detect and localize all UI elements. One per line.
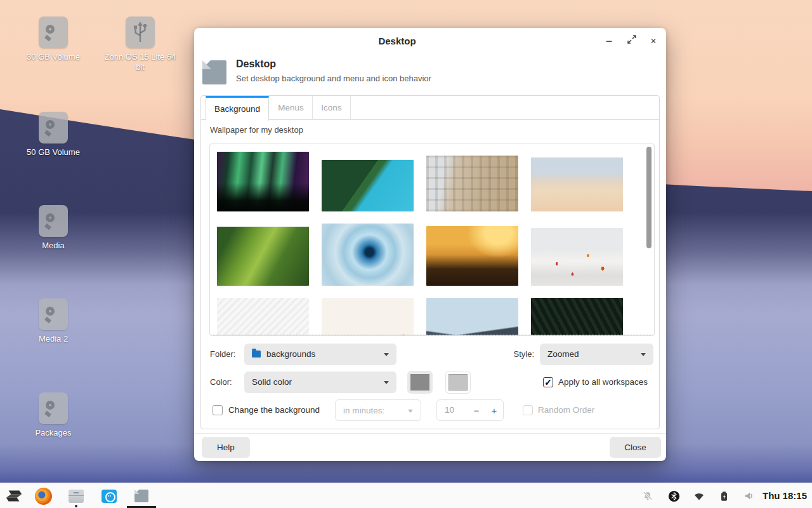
spin-increase-button[interactable]: + [485, 400, 503, 420]
dialog-header: Desktop Set desktop background and menu … [194, 53, 666, 94]
software-store-launcher[interactable] [98, 483, 121, 508]
scroll-undershoot-indicator [210, 335, 654, 335]
running-indicator [75, 505, 77, 507]
desktop-settings-window: Desktop − × Desktop Set desktop backgrou… [194, 28, 666, 461]
harddisk-icon [39, 112, 68, 144]
secondary-color-swatch[interactable] [445, 371, 471, 394]
wallpaper-thumbnail[interactable] [531, 157, 623, 211]
chevron-down-icon [408, 410, 413, 413]
primary-color-swatch[interactable] [407, 371, 433, 394]
folder-icon [252, 351, 261, 358]
help-button[interactable]: Help [202, 437, 250, 458]
close-button[interactable]: × [646, 34, 661, 49]
zorin-menu-button[interactable] [3, 483, 25, 508]
dialog-action-area: Help Close [194, 433, 666, 461]
wallpaper-thumbnail[interactable]: ZORIN [217, 298, 309, 336]
close-dialog-button[interactable]: Close [610, 437, 661, 458]
random-order-checkbox[interactable] [523, 405, 533, 415]
spin-decrease-button[interactable]: − [468, 400, 485, 420]
minimize-button[interactable]: − [601, 34, 617, 49]
chevron-down-icon [384, 381, 389, 384]
apply-all-workspaces-checkbox[interactable]: ✓ [543, 377, 553, 387]
file-manager-icon [69, 490, 84, 503]
chevron-down-icon [641, 353, 646, 356]
desktop-icon-packages[interactable]: Packages [15, 392, 91, 438]
wallpaper-scrollbar[interactable] [646, 145, 652, 334]
tab-menus[interactable]: Menus [270, 96, 313, 120]
scrollbar-thumb[interactable] [646, 147, 652, 248]
harddisk-icon [39, 17, 68, 48]
style-label: Style: [509, 344, 534, 365]
maximize-icon [626, 34, 638, 45]
wallpaper-section-label: Wallpaper for my desktop [210, 125, 303, 135]
folder-dropdown[interactable]: backgrounds [244, 344, 396, 365]
file-manager-launcher[interactable] [65, 483, 88, 508]
wallpaper-thumbnail[interactable] [531, 298, 623, 336]
desktop-icon-media-2[interactable]: Media 2 [15, 298, 91, 344]
harddisk-icon [39, 392, 68, 424]
firefox-launcher[interactable] [32, 483, 55, 508]
harddisk-icon [39, 298, 68, 330]
bluetooth-icon[interactable] [665, 483, 683, 508]
wallpaper-thumbnail[interactable] [217, 227, 309, 286]
taskbar: Thu 18:15 [0, 483, 812, 508]
desktop-settings-icon [134, 490, 148, 502]
wallpaper-thumbnail[interactable] [531, 228, 623, 286]
wallpaper-list: ZORIN [209, 144, 655, 336]
interval-value: 10 [445, 400, 454, 420]
battery-charging-icon[interactable] [715, 483, 733, 508]
desktop-icon-label: Media [15, 241, 91, 251]
wallpaper-thumbnail[interactable] [217, 152, 309, 211]
desktop-icon-30gb-volume[interactable]: 30 GB Volume [15, 17, 91, 62]
style-dropdown[interactable]: Zoomed [540, 344, 653, 365]
usb-drive-icon [126, 17, 155, 48]
desktop-icon-50gb-volume[interactable]: 50 GB Volume [15, 112, 91, 157]
desktop-icon-media[interactable]: Media [15, 205, 91, 251]
interval-unit-dropdown[interactable]: in minutes: [335, 399, 421, 421]
wallpaper-thumbnail[interactable] [426, 226, 518, 286]
wallpaper-thumbnail[interactable] [426, 156, 518, 211]
interval-spinbox[interactable]: 10 − + [436, 399, 504, 421]
maximize-button[interactable] [624, 34, 639, 49]
wallpaper-thumbnail[interactable] [322, 298, 414, 336]
desktop-icon-label: Zorin OS 15 Lite 64 bit [102, 52, 178, 72]
dialog-title: Desktop [236, 58, 276, 70]
change-background-checkbox[interactable] [213, 405, 223, 415]
settings-notebook: Background Menus Icons Wallpaper for my … [200, 95, 660, 429]
window-title: Desktop [194, 28, 600, 53]
change-background-label[interactable]: Change the background [228, 404, 320, 416]
tab-bar: Background Menus Icons [201, 96, 659, 120]
desktop-settings-icon [202, 60, 226, 84]
harddisk-icon [39, 205, 68, 237]
wallpaper-thumbnail[interactable] [322, 224, 414, 286]
desktop-icon-label: Packages [15, 428, 91, 438]
software-store-icon [102, 490, 117, 503]
tab-icons[interactable]: Icons [313, 96, 351, 120]
chevron-down-icon [384, 353, 389, 356]
random-order-label[interactable]: Random Order [538, 404, 594, 416]
notifications-muted-icon[interactable] [639, 483, 657, 508]
firefox-icon [35, 488, 52, 505]
dialog-subtitle: Set desktop background and menu and icon… [236, 74, 431, 83]
desktop-icon-label: Media 2 [15, 334, 91, 344]
titlebar[interactable]: Desktop − × [194, 28, 666, 53]
folder-label: Folder: [210, 344, 235, 365]
color-label: Color: [210, 371, 232, 393]
color-style-dropdown[interactable]: Solid color [244, 371, 396, 393]
volume-icon[interactable] [740, 483, 758, 508]
clock[interactable]: Thu 18:15 [763, 483, 807, 508]
zorin-logo-icon [4, 488, 23, 504]
desktop-icon-label: 50 GB Volume [15, 147, 91, 157]
apply-all-workspaces-label[interactable]: Apply to all workspaces [558, 377, 648, 388]
wifi-icon[interactable] [690, 483, 708, 508]
wallpaper-thumbnail[interactable] [322, 160, 414, 211]
wallpaper-thumbnail[interactable] [426, 298, 518, 336]
desktop-icon-label: 30 GB Volume [15, 52, 91, 62]
desktop-settings-task[interactable] [130, 483, 153, 508]
desktop-icon-zorin-usb[interactable]: Zorin OS 15 Lite 64 bit [102, 17, 178, 72]
tab-background[interactable]: Background [206, 96, 269, 121]
